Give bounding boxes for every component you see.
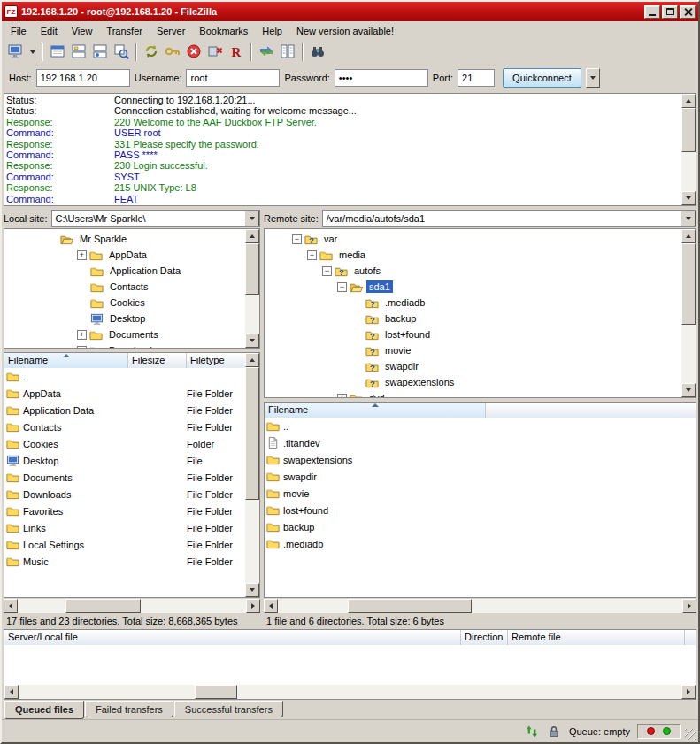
remote-tree-item-swapdir[interactable]: ?swapdir — [265, 358, 680, 374]
column-header-remote-file[interactable]: Remote file — [508, 630, 685, 645]
site-manager-button[interactable] — [5, 42, 27, 63]
remote-file-movie[interactable]: movie — [265, 485, 696, 502]
combo-dropdown-button[interactable] — [244, 211, 259, 226]
scroll-right-button[interactable] — [246, 599, 260, 613]
quickconnect-dropdown-button[interactable] — [586, 68, 600, 88]
speed-limits-icon[interactable] — [525, 724, 540, 739]
collapse-icon[interactable]: − — [337, 282, 347, 292]
scrollbar-thumb[interactable] — [245, 243, 259, 295]
scroll-up-button[interactable] — [245, 353, 259, 367]
remote-file-up[interactable]: .. — [265, 418, 696, 434]
refresh-button[interactable] — [141, 42, 162, 63]
local-file-application-data[interactable]: Application DataFile Folder — [4, 402, 245, 418]
collapse-icon[interactable]: − — [307, 250, 317, 260]
expand-icon[interactable]: + — [77, 346, 87, 349]
local-tree-item-downloads[interactable]: +Downloads — [4, 342, 243, 349]
find-files-button[interactable] — [307, 42, 328, 63]
local-tree-item-mr-sparkle[interactable]: Mr Sparkle — [4, 231, 243, 247]
scroll-up-button[interactable] — [245, 229, 259, 243]
reconnect-button[interactable]: R — [226, 42, 247, 63]
scroll-left-button[interactable] — [4, 685, 19, 699]
local-file-documents[interactable]: DocumentsFile Folder — [4, 469, 245, 486]
host-input[interactable] — [36, 69, 130, 87]
remote-tree-item-backup[interactable]: ?backup — [265, 311, 680, 326]
scrollbar-thumb[interactable] — [65, 599, 141, 613]
menu-bookmarks[interactable]: Bookmarks — [192, 24, 255, 38]
scroll-down-button[interactable] — [681, 191, 696, 205]
scrollbar-thumb[interactable] — [195, 685, 237, 699]
message-log-scrollbar[interactable] — [681, 94, 696, 205]
remote-tree-item-swapextensions[interactable]: ?swapextensions — [265, 374, 680, 390]
menu-transfer[interactable]: Transfer — [99, 24, 150, 38]
remote-file-titandev[interactable]: .titandev — [265, 434, 696, 451]
local-tree-scrollbar[interactable] — [245, 229, 259, 348]
cancel-button[interactable] — [183, 42, 204, 63]
remote-file-mediadb[interactable]: .mediadb — [265, 535, 696, 552]
menu-new-version-available[interactable]: New version available! — [289, 24, 401, 38]
scroll-down-button[interactable] — [245, 334, 259, 348]
column-header-filename[interactable]: Filename — [4, 353, 128, 368]
menu-edit[interactable]: Edit — [34, 24, 65, 38]
scroll-left-button[interactable] — [264, 599, 278, 613]
local-tree-item-appdata[interactable]: +AppData — [4, 247, 243, 263]
remote-tree-item-lost-found[interactable]: ?lost+found — [265, 326, 680, 342]
remote-file-swapdir[interactable]: swapdir — [265, 468, 696, 485]
scrollbar-thumb[interactable] — [681, 243, 696, 325]
menu-file[interactable]: File — [4, 24, 34, 38]
local-tree-item-application-data[interactable]: Application Data — [4, 263, 243, 279]
menu-view[interactable]: View — [65, 24, 100, 38]
tab-failed-transfers[interactable]: Failed transfers — [85, 701, 173, 717]
port-input[interactable] — [458, 69, 495, 87]
local-horizontal-scrollbar[interactable] — [4, 599, 260, 613]
local-file-desktop[interactable]: DesktopFile — [4, 452, 245, 469]
local-site-combo[interactable]: C:\Users\Mr Sparkle\ — [51, 210, 260, 227]
scroll-right-button[interactable] — [681, 685, 696, 699]
local-file-appdata[interactable]: AppDataFile Folder — [4, 385, 245, 402]
toggle-local-tree-button[interactable] — [68, 42, 89, 63]
quickconnect-button[interactable]: Quickconnect — [503, 68, 581, 88]
scroll-down-button[interactable] — [681, 383, 696, 397]
collapse-icon[interactable]: − — [292, 234, 302, 244]
local-file-contacts[interactable]: ContactsFile Folder — [4, 418, 245, 435]
scrollbar-thumb[interactable] — [348, 599, 472, 613]
remote-tree-item-autofs[interactable]: −?autofs — [265, 263, 680, 279]
close-button[interactable] — [680, 5, 696, 19]
collapse-icon[interactable]: − — [322, 266, 332, 276]
local-file-favorites[interactable]: FavoritesFile Folder — [4, 502, 245, 519]
remote-file-swapextensions[interactable]: swapextensions — [265, 451, 696, 468]
scrollbar-thumb[interactable] — [245, 367, 259, 500]
tab-successful-transfers[interactable]: Successful transfers — [174, 701, 283, 717]
username-input[interactable] — [186, 69, 280, 87]
column-header-server-local-file[interactable]: Server/Local file — [4, 630, 461, 645]
process-queue-button[interactable] — [162, 42, 183, 63]
column-header-filename[interactable]: Filename — [265, 403, 486, 418]
directory-comparison-button[interactable] — [277, 42, 298, 63]
local-tree-item-cookies[interactable]: Cookies — [4, 295, 243, 311]
local-file-links[interactable]: LinksFile Folder — [4, 519, 245, 536]
remote-tree-item-var[interactable]: −?var — [265, 231, 680, 247]
column-header-filetype[interactable]: Filetype — [187, 353, 247, 368]
encryption-lock-icon[interactable] — [547, 724, 562, 739]
local-file-cookies[interactable]: CookiesFolder — [4, 435, 245, 452]
column-header-filesize[interactable]: Filesize — [128, 353, 187, 368]
remote-tree-item-mediadb[interactable]: ?.mediadb — [265, 295, 680, 311]
toggle-log-button[interactable] — [47, 42, 68, 63]
site-manager-dropdown-button[interactable] — [27, 42, 38, 63]
menu-help[interactable]: Help — [255, 24, 289, 38]
remote-tree-item-sda1[interactable]: −sda1 — [265, 279, 680, 295]
remote-site-combo[interactable]: /var/media/autofs/sda1 — [322, 210, 696, 227]
password-input[interactable] — [335, 69, 428, 87]
resize-grip[interactable] — [685, 729, 696, 740]
local-list-scrollbar[interactable] — [245, 353, 259, 597]
remote-horizontal-scrollbar[interactable] — [264, 599, 696, 613]
expand-icon[interactable]: + — [77, 250, 87, 260]
remote-file-backup[interactable]: backup — [265, 518, 696, 535]
menu-server[interactable]: Server — [150, 24, 192, 38]
scroll-up-button[interactable] — [681, 94, 696, 108]
queue-horizontal-scrollbar[interactable] — [4, 685, 696, 699]
remote-tree-scrollbar[interactable] — [681, 229, 696, 397]
toggle-remote-tree-button[interactable] — [89, 42, 111, 63]
tab-queued-files[interactable]: Queued files — [4, 701, 84, 719]
remote-tree-item-media[interactable]: −media — [265, 247, 680, 263]
local-tree-item-contacts[interactable]: Contacts — [4, 279, 243, 295]
